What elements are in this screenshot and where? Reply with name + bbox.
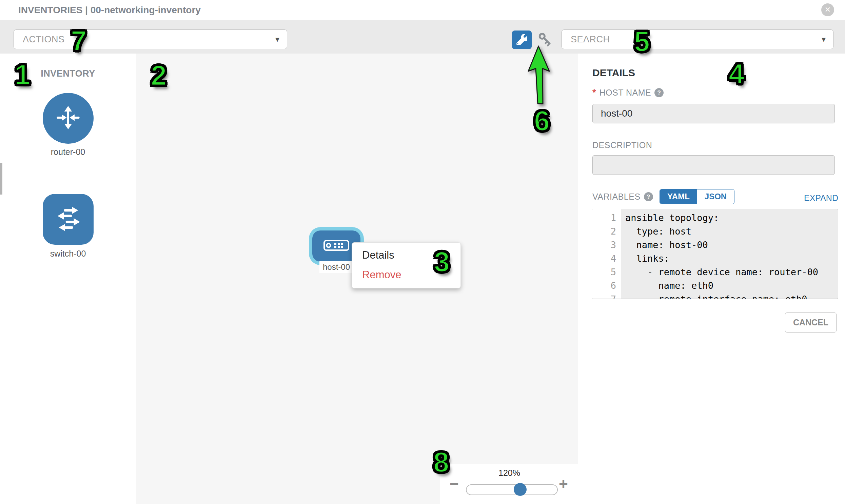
router-icon xyxy=(54,103,83,133)
actions-dropdown[interactable]: ACTIONS ▾ xyxy=(14,30,287,49)
device-switch[interactable] xyxy=(43,194,93,245)
help-icon[interactable]: ? xyxy=(654,88,664,97)
chevron-down-icon: ▾ xyxy=(275,30,279,49)
variables-field-row: VARIABLES ? xyxy=(592,192,653,202)
zoom-slider-track[interactable] xyxy=(466,484,558,495)
description-input[interactable] xyxy=(592,155,835,175)
line-number: 1 xyxy=(592,211,621,225)
zoom-in-button[interactable]: + xyxy=(559,476,568,492)
editor-gutter: 1 2 3 4 5 6 7 xyxy=(592,209,621,299)
device-switch-label: switch-00 xyxy=(0,249,136,258)
variables-editor[interactable]: 1 2 3 4 5 6 7 ansible_topology: type: ho… xyxy=(592,209,838,299)
device-router-label: router-00 xyxy=(0,147,136,157)
variables-label: VARIABLES xyxy=(592,192,640,202)
awx-topology-screen: INVENTORIES | 00-networking-inventory ✕ … xyxy=(0,0,845,504)
host-name-field-row: * HOST NAME ? xyxy=(592,87,664,98)
expand-link[interactable]: EXPAND xyxy=(804,193,838,203)
close-button[interactable]: ✕ xyxy=(821,3,834,16)
code-line: name: host-00 xyxy=(625,238,838,252)
description-label: DESCRIPTION xyxy=(592,140,652,150)
annotation-6: 6 xyxy=(534,104,550,137)
line-number: 4 xyxy=(592,252,621,265)
line-number: 2 xyxy=(592,225,621,238)
inventory-panel: INVENTORY router-00 xyxy=(0,54,136,504)
toolbar: ACTIONS ▾ SEARCH ▾ xyxy=(0,20,845,54)
editor-code[interactable]: ansible_topology: type: host name: host-… xyxy=(621,209,838,299)
device-router[interactable] xyxy=(43,93,93,144)
annotation-5: 5 xyxy=(634,25,650,58)
zoom-control: 120% − + xyxy=(440,464,579,504)
annotation-4: 4 xyxy=(729,58,745,90)
variables-format-toggle: YAML JSON xyxy=(659,189,735,204)
page-title: INVENTORIES | 00-networking-inventory xyxy=(18,0,201,20)
cancel-button[interactable]: CANCEL xyxy=(785,312,837,332)
description-field-row: DESCRIPTION xyxy=(592,140,652,150)
annotation-2: 2 xyxy=(151,59,167,92)
search-dropdown[interactable]: SEARCH ▾ xyxy=(562,30,833,49)
required-asterisk: * xyxy=(592,87,596,98)
topology-canvas[interactable]: host-00 Details Remove 120% − + xyxy=(136,54,578,504)
tab-json[interactable]: JSON xyxy=(697,190,734,204)
chevron-down-icon: ▾ xyxy=(822,30,826,49)
line-number: 5 xyxy=(592,265,621,279)
details-heading: DETAILS xyxy=(592,67,635,79)
host-node-label: host-00 xyxy=(319,261,353,273)
switch-icon xyxy=(53,203,84,236)
code-line: remote_interface_name: eth0 xyxy=(625,292,838,299)
host-name-input[interactable] xyxy=(592,104,835,123)
tab-yaml[interactable]: YAML xyxy=(660,190,697,204)
search-dropdown-label: SEARCH xyxy=(571,30,610,49)
help-icon[interactable]: ? xyxy=(644,192,653,201)
code-line: - remote_device_name: router-00 xyxy=(625,265,838,279)
page-header: INVENTORIES | 00-networking-inventory ✕ xyxy=(0,0,845,21)
annotation-3: 3 xyxy=(434,246,450,278)
line-number: 6 xyxy=(592,279,621,292)
zoom-slider-thumb[interactable] xyxy=(514,483,527,496)
host-name-label: HOST NAME xyxy=(599,88,651,97)
actions-dropdown-label: ACTIONS xyxy=(23,30,65,49)
line-number: 7 xyxy=(592,292,621,299)
details-panel: DETAILS * HOST NAME ? DESCRIPTION VARIAB… xyxy=(578,54,845,504)
code-line: name: eth0 xyxy=(625,279,838,292)
annotation-8: 8 xyxy=(433,446,449,479)
annotation-1: 1 xyxy=(15,58,31,91)
code-line: links: xyxy=(625,252,838,265)
annotation-arrow-up-icon xyxy=(524,43,558,109)
close-icon: ✕ xyxy=(825,5,831,14)
left-edge-scrollbar[interactable] xyxy=(0,163,2,195)
zoom-out-button[interactable]: − xyxy=(450,476,459,492)
host-icon xyxy=(323,240,349,252)
zoom-level: 120% xyxy=(440,468,579,478)
line-number: 3 xyxy=(592,238,621,252)
annotation-7: 7 xyxy=(71,24,87,57)
code-line: type: host xyxy=(625,225,838,238)
code-line: ansible_topology: xyxy=(625,211,838,225)
